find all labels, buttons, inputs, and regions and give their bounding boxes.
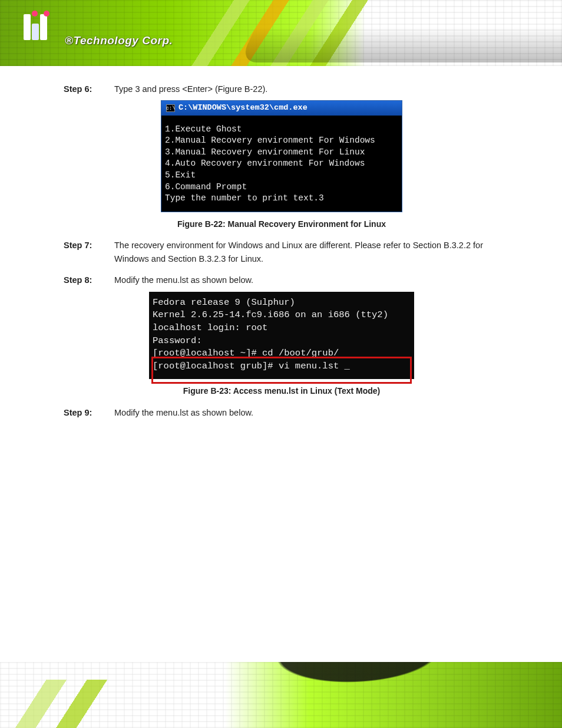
cmd-line: 1.Execute Ghost — [165, 124, 242, 134]
cmd-line: 3.Manual Recovery environment For Linux — [165, 147, 365, 157]
cmd-title: C:\WINDOWS\system32\cmd.exe — [178, 103, 308, 113]
iei-logo — [24, 14, 47, 40]
cmd-line: 5.Exit — [165, 170, 196, 180]
term-line: Fedora release 9 (Sulphur) — [153, 297, 411, 309]
step-6-text: Type 3 and press <Enter> (Figure B-22). — [114, 83, 511, 95]
step-8: Step 8: Modify the menu.lst as shown bel… — [52, 274, 511, 286]
linux-terminal: Fedora release 9 (Sulphur) Kernel 2.6.25… — [149, 292, 414, 379]
figure-23-container: Fedora release 9 (Sulphur) Kernel 2.6.25… — [52, 292, 511, 379]
banner-stripes-shadow — [239, 27, 562, 62]
logo-bar — [24, 14, 31, 40]
step-7-label: Step 7: — [64, 239, 106, 265]
page-body: Step 6: Type 3 and press <Enter> (Figure… — [52, 83, 511, 424]
bottom-swoosh — [161, 662, 562, 728]
cmd-titlebar: c:\ C:\WINDOWS\system32\cmd.exe — [161, 101, 402, 115]
step-7-text: The recovery environment for Windows and… — [114, 239, 511, 265]
step-9-label: Step 9: — [64, 406, 106, 419]
step-9-text: Modify the menu.lst as shown below. — [114, 406, 511, 419]
cmd-window: c:\ C:\WINDOWS\system32\cmd.exe 1.Execut… — [161, 100, 402, 212]
top-banner: ®Technology Corp. — [0, 0, 562, 66]
cmd-line: Type the number to print text.3 — [165, 193, 324, 203]
step-6-label: Step 6: — [64, 83, 106, 95]
figure-22-caption: Figure B-22: Manual Recovery Environment… — [52, 218, 511, 231]
cmd-content: 1.Execute Ghost 2.Manual Recovery enviro… — [161, 116, 402, 212]
logo-bar — [32, 24, 39, 40]
term-line: [root@localhost ~]# cd /boot/grub/ — [153, 347, 411, 360]
step-6: Step 6: Type 3 and press <Enter> (Figure… — [52, 83, 511, 95]
step-9: Step 9: Modify the menu.lst as shown bel… — [52, 406, 511, 419]
cmd-line: 6.Command Prompt — [165, 182, 247, 192]
brand-text: ®Technology Corp. — [65, 34, 173, 47]
term-line: Kernel 2.6.25-14.fc9.i686 on an i686 (tt… — [153, 309, 411, 322]
term-line: localhost login: root — [153, 322, 411, 335]
step-8-label: Step 8: — [64, 274, 106, 286]
term-last-line: [root@localhost grub]# vi menu.lst _ — [153, 361, 350, 371]
term-line: [root@localhost grub]# vi menu.lst _ — [153, 360, 411, 373]
figure-23-caption: Figure B-23: Access menu.lst in Linux (T… — [52, 385, 511, 398]
cmd-icon: c:\ — [166, 104, 175, 112]
step-8-text: Modify the menu.lst as shown below. — [114, 274, 511, 286]
cmd-line: 2.Manual Recovery environment For Window… — [165, 136, 375, 145]
cmd-line: 4.Auto Recovery environment For Windows — [165, 159, 365, 168]
logo-dots — [32, 11, 38, 17]
bottom-banner — [0, 662, 562, 728]
step-7: Step 7: The recovery environment for Win… — [52, 239, 511, 265]
term-line: Password: — [153, 335, 411, 348]
figure-22-container: c:\ C:\WINDOWS\system32\cmd.exe 1.Execut… — [52, 100, 511, 212]
logo-bar — [40, 14, 47, 40]
